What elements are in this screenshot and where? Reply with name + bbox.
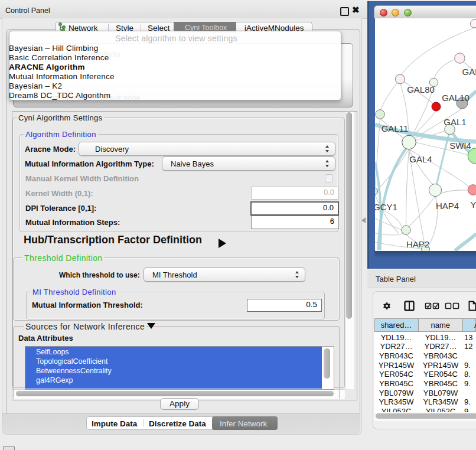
svg-text:Y: Y (470, 200, 476, 210)
svg-text:GAL: GAL (462, 67, 476, 77)
svg-text:HAP4: HAP4 (435, 201, 458, 211)
svg-text:GAL1: GAL1 (444, 117, 466, 127)
svg-text:GAL4: GAL4 (409, 154, 432, 164)
svg-text:GCY1: GCY1 (375, 202, 397, 212)
svg-text:HAP2: HAP2 (406, 239, 429, 249)
svg-text:GAL10: GAL10 (442, 93, 470, 103)
svg-text:GAL80: GAL80 (407, 84, 435, 94)
svg-text:GAL11: GAL11 (381, 123, 408, 133)
svg-text:SWI4: SWI4 (449, 141, 471, 151)
